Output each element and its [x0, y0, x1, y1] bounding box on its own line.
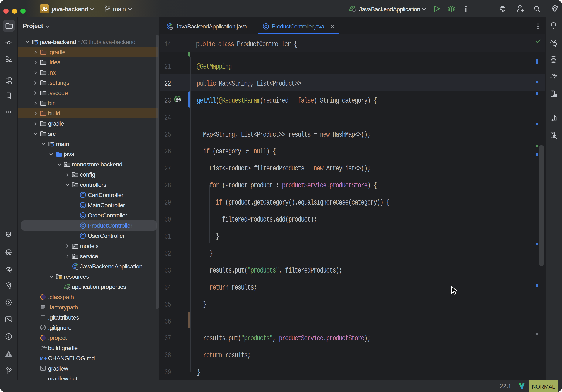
svg-text:C: C — [82, 233, 84, 238]
svg-text:C: C — [82, 223, 84, 228]
svg-text:C: C — [264, 24, 267, 29]
svg-text:C: C — [82, 203, 84, 207]
svg-text:M: M — [40, 356, 44, 361]
svg-text:C: C — [82, 193, 84, 197]
svg-text:C: C — [82, 213, 84, 218]
